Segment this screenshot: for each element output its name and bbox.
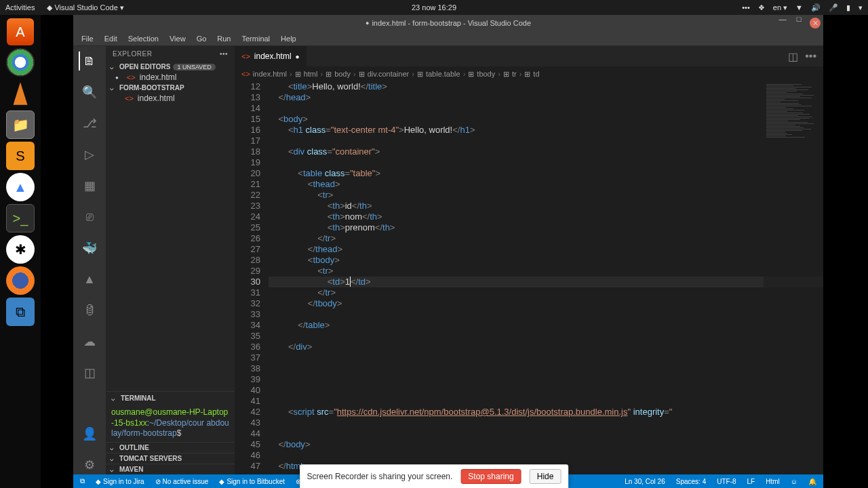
outline-section[interactable]: OUTLINE	[106, 442, 235, 453]
volume-icon[interactable]: 🔊	[811, 3, 821, 12]
status-bell-icon[interactable]: 🔔	[806, 478, 819, 485]
mic-icon[interactable]: 🎤	[829, 3, 838, 12]
status-spaces[interactable]: Spaces: 4	[673, 478, 709, 485]
menu-edit[interactable]: Edit	[100, 33, 121, 44]
minimap[interactable]	[764, 81, 823, 474]
activity-explorer-icon[interactable]: 🗎	[79, 52, 98, 70]
project-section[interactable]: FORM-BOOTSTRAP	[106, 83, 235, 93]
activity-scm-icon[interactable]: ⎇	[80, 114, 99, 133]
dock-ubuntu-software[interactable]: A	[7, 18, 34, 45]
html-file-icon: <>	[125, 94, 134, 102]
window-minimize[interactable]: —	[774, 15, 791, 31]
battery-icon[interactable]: ▮	[846, 3, 850, 12]
menu-file[interactable]: File	[77, 33, 98, 44]
activity-remote-icon[interactable]: ⎚	[80, 207, 99, 226]
menu-help[interactable]: Help	[277, 33, 300, 44]
status-bitbucket[interactable]: ◆ Sign in to Bitbucket	[216, 478, 288, 485]
status-issue[interactable]: ⊘ No active issue	[153, 478, 212, 485]
dock-screenshot[interactable]: ⧉	[6, 298, 35, 326]
status-encoding[interactable]: UTF-8	[714, 478, 738, 485]
status-eol[interactable]: LF	[745, 478, 758, 485]
activity-bar: 🗎 🔍 ⎇ ▷ ▦ ⎚ 🐳 ▲ 🛢 ☁ ◫ 👤 ⚙	[73, 46, 106, 474]
open-editors-section[interactable]: OPEN EDITORS 1 UNSAVED	[106, 62, 235, 72]
terminal-header[interactable]: TERMINAL	[106, 392, 235, 405]
dock-terminal[interactable]: >_	[6, 204, 35, 232]
activity-settings-icon[interactable]: ⚙	[80, 455, 99, 474]
tray-lang[interactable]: en ▾	[773, 3, 787, 12]
explorer-title: EXPLORER	[113, 50, 152, 58]
explorer-more-icon[interactable]: •••	[220, 50, 228, 58]
screen-share-bar: Screen Recorder is sharing your screen. …	[300, 464, 569, 488]
dock-vlc[interactable]	[6, 79, 35, 108]
ubuntu-dock: A 📁 ⧉ S ▲ >_ ✱ ⧉	[0, 15, 41, 488]
activity-database-icon[interactable]: 🛢	[80, 301, 99, 320]
unsaved-badge: 1 UNSAVED	[173, 64, 215, 70]
project-file[interactable]: <> index.html	[106, 93, 235, 104]
menu-run[interactable]: Run	[213, 33, 235, 44]
power-icon[interactable]: ▾	[859, 3, 863, 12]
dock-files[interactable]: 📁	[6, 110, 35, 139]
share-text: Screen Recorder is sharing your screen.	[307, 472, 453, 481]
status-feedback-icon[interactable]: ☺	[788, 478, 800, 485]
activity-cloud-icon[interactable]: ☁	[80, 332, 99, 351]
menu-go[interactable]: Go	[193, 33, 211, 44]
dock-firefox[interactable]	[6, 266, 35, 295]
window-close[interactable]: ✕	[810, 18, 821, 28]
activity-azure-icon[interactable]: ▲	[80, 270, 99, 289]
topbar-clock[interactable]: 23 now 16:29	[412, 3, 456, 12]
dock-chrome[interactable]	[6, 48, 35, 77]
terminal-output[interactable]: ousmane@ousmane-HP-Laptop-15-bs1xx:~/Des…	[106, 405, 235, 442]
menu-terminal[interactable]: Terminal	[238, 33, 275, 44]
activity-search-icon[interactable]: 🔍	[80, 83, 99, 102]
activity-extensions-icon[interactable]: ▦	[80, 176, 99, 195]
split-editor-icon[interactable]: ◫	[788, 50, 798, 63]
dock-slack[interactable]: ✱	[6, 235, 35, 264]
code-editor[interactable]: 1213141516171819202122232425262728293031…	[235, 81, 823, 474]
status-ln-col[interactable]: Ln 30, Col 26	[622, 478, 668, 485]
hide-sharing-button[interactable]: Hide	[530, 469, 561, 484]
activity-account-icon[interactable]: 👤	[80, 424, 99, 443]
maven-section[interactable]: MAVEN	[106, 464, 235, 474]
editor-group: <> index.html ● ◫ ••• <>index.html› ⊞ ht…	[235, 46, 823, 474]
html-file-icon: <>	[127, 73, 136, 81]
menu-selection[interactable]: Selection	[124, 33, 163, 44]
breadcrumb[interactable]: <>index.html› ⊞ html› ⊞ body› ⊞ div.cont…	[235, 66, 823, 81]
activity-project-icon[interactable]: ◫	[80, 363, 99, 382]
html-file-icon: <>	[241, 52, 250, 60]
dock-drive[interactable]: ▲	[6, 173, 35, 201]
open-editor-file[interactable]: <> index.html	[106, 72, 235, 83]
tray-app-icon[interactable]: ❖	[758, 3, 765, 12]
menubar: File Edit Selection View Go Run Terminal…	[73, 31, 823, 46]
activity-run-icon[interactable]: ▷	[80, 145, 99, 164]
window-title: index.html - form-bootstrap - Visual Stu…	[366, 19, 531, 27]
explorer-sidebar: EXPLORER ••• OPEN EDITORS 1 UNSAVED <> i…	[106, 46, 235, 474]
stop-sharing-button[interactable]: Stop sharing	[460, 469, 521, 484]
window-maximize[interactable]: □	[791, 15, 807, 31]
vscode-window: index.html - form-bootstrap - Visual Stu…	[73, 15, 823, 488]
dock-sublime[interactable]: S	[6, 142, 35, 170]
dock-apps-button[interactable]	[6, 453, 35, 481]
tab-index-html[interactable]: <> index.html ●	[235, 46, 307, 66]
menu-view[interactable]: View	[165, 33, 190, 44]
status-remote[interactable]: ⧉	[77, 477, 87, 485]
editor-more-icon[interactable]: •••	[805, 50, 816, 62]
window-titlebar: index.html - form-bootstrap - Visual Stu…	[73, 15, 823, 31]
status-language[interactable]: Html	[763, 478, 783, 485]
status-jira[interactable]: ◆ Sign in to Jira	[93, 478, 147, 485]
topbar-app-name[interactable]: ◆ Visual Studio Code ▾	[47, 3, 124, 12]
wifi-icon[interactable]: ▼	[795, 3, 803, 12]
ubuntu-top-bar: Activities ◆ Visual Studio Code ▾ 23 now…	[0, 0, 868, 15]
editor-tabs: <> index.html ● ◫ •••	[235, 46, 823, 66]
tray-more-icon[interactable]: •••	[742, 3, 750, 12]
tomcat-section[interactable]: TOMCAT SERVERS	[106, 453, 235, 464]
activities-button[interactable]: Activities	[5, 3, 35, 12]
activity-docker-icon[interactable]: 🐳	[80, 239, 99, 258]
modified-dot-icon: ●	[296, 53, 300, 60]
